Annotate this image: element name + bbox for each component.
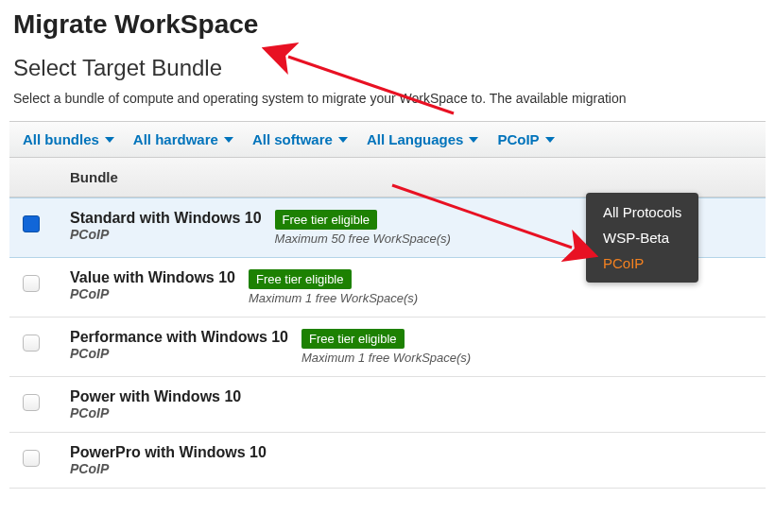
chevron-down-icon <box>224 137 233 143</box>
free-tier-badge: Free tier eligible <box>301 329 405 349</box>
free-tier-note: Maximum 1 free WorkSpace(s) <box>249 291 418 305</box>
bundle-name: Value with Windows 10 <box>70 269 235 286</box>
table-row[interactable]: PowerPro with Windows 10PCoIP <box>9 433 766 489</box>
filter-software-label: All software <box>252 131 333 147</box>
free-tier-badge: Free tier eligible <box>249 269 352 289</box>
row-checkbox[interactable] <box>23 335 40 352</box>
bundle-name: PowerPro with Windows 10 <box>70 444 267 461</box>
row-checkbox[interactable] <box>23 394 40 411</box>
table-row[interactable]: Performance with Windows 10PCoIPFree tie… <box>9 317 766 377</box>
protocol-option-pcoip[interactable]: PCoIP <box>603 255 681 271</box>
filter-hardware-label: All hardware <box>133 131 218 147</box>
row-checkbox[interactable] <box>23 215 40 232</box>
bundle-main: Value with Windows 10PCoIPFree tier elig… <box>70 269 418 305</box>
bundle-main: Power with Windows 10PCoIP <box>70 388 241 420</box>
bundle-main: Standard with Windows 10PCoIPFree tier e… <box>70 210 451 246</box>
filter-bar: All bundles All hardware All software Al… <box>9 121 766 158</box>
page-title: Migrate WorkSpace <box>0 0 775 45</box>
free-tier-note: Maximum 50 free WorkSpace(s) <box>275 232 451 246</box>
filter-protocol[interactable]: PCoIP <box>497 131 554 147</box>
filter-software[interactable]: All software <box>252 131 348 147</box>
filter-languages[interactable]: All Languages <box>367 131 479 147</box>
bundle-protocol: PCoIP <box>70 346 288 361</box>
chevron-down-icon <box>545 137 555 143</box>
bundle-protocol: PCoIP <box>70 286 235 301</box>
row-checkbox[interactable] <box>23 450 40 467</box>
chevron-down-icon <box>105 137 114 143</box>
bundle-name: Power with Windows 10 <box>70 388 241 405</box>
filter-protocol-label: PCoIP <box>497 131 539 147</box>
chevron-down-icon <box>469 137 478 143</box>
protocol-option-all[interactable]: All Protocols <box>603 204 681 220</box>
protocol-option-wsp[interactable]: WSP-Beta <box>603 230 681 246</box>
table-header: Bundle <box>9 158 766 197</box>
chevron-down-icon <box>338 137 348 143</box>
filter-bundles-label: All bundles <box>23 131 99 147</box>
table-row[interactable]: Power with Windows 10PCoIP <box>9 377 766 433</box>
bundle-name: Standard with Windows 10 <box>70 210 262 227</box>
bundle-name: Performance with Windows 10 <box>70 329 288 346</box>
filter-hardware[interactable]: All hardware <box>133 131 233 147</box>
col-bundle-header: Bundle <box>70 169 118 185</box>
bundle-main: PowerPro with Windows 10PCoIP <box>70 444 267 476</box>
bundle-protocol: PCoIP <box>70 227 262 242</box>
filter-bundles[interactable]: All bundles <box>23 131 114 147</box>
free-tier-note: Maximum 1 free WorkSpace(s) <box>301 351 471 365</box>
row-checkbox[interactable] <box>23 275 40 292</box>
filter-languages-label: All Languages <box>367 131 464 147</box>
free-tier-badge: Free tier eligible <box>275 210 378 230</box>
section-title: Select Target Bundle <box>0 45 775 87</box>
bundle-protocol: PCoIP <box>70 461 267 476</box>
bundle-protocol: PCoIP <box>70 405 241 420</box>
section-description: Select a bundle of compute and operating… <box>0 87 775 121</box>
bundle-main: Performance with Windows 10PCoIPFree tie… <box>70 329 471 365</box>
protocol-dropdown: All Protocols WSP-Beta PCoIP <box>586 193 698 283</box>
